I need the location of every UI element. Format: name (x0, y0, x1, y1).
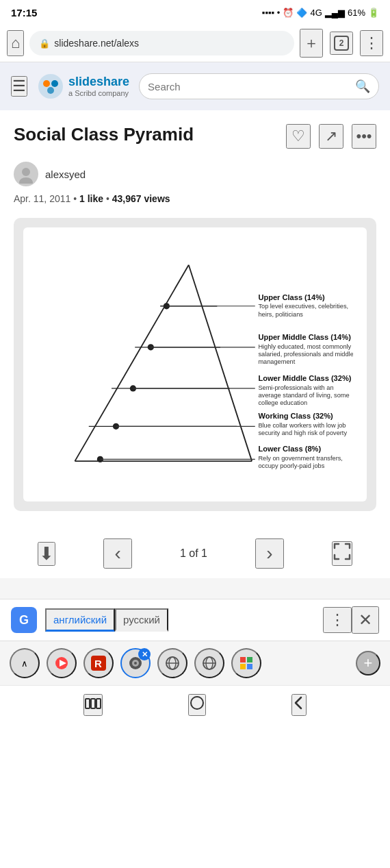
author-name[interactable]: alexsyed (45, 169, 86, 180)
media-play-icon (54, 656, 69, 671)
like-button[interactable]: ♡ (286, 124, 311, 149)
translation-close-button[interactable]: ✕ (352, 606, 379, 634)
svg-text:Lower Class (8%): Lower Class (8%) (258, 445, 321, 454)
pyramid-diagram: Upper Class (14%) Top level executives, … (37, 246, 353, 483)
extension-active-button[interactable]: ✕ (120, 648, 151, 678)
status-bar: 17:15 ▪▪▪▪ • ⏰ 🔷 4G ▂▄▆ 61% 🔋 (0, 0, 390, 25)
hamburger-menu-button[interactable]: ☰ (11, 76, 27, 97)
extension-chevron-up-button[interactable]: ∧ (10, 648, 40, 678)
prev-slide-button[interactable]: ‹ (103, 538, 131, 569)
browser-menu-button[interactable]: ⋮ (360, 30, 383, 56)
slide-inner: Upper Class (14%) Top level executives, … (23, 227, 367, 501)
likes-count: 1 like (79, 193, 103, 204)
translate-g-letter: G (19, 613, 29, 628)
back-button[interactable] (291, 694, 307, 716)
extension-globe-button[interactable] (157, 648, 187, 678)
search-icon: 🔍 (355, 79, 370, 94)
tabs-button[interactable]: 2 (330, 32, 353, 55)
google-translate-icon: G (11, 607, 37, 633)
svg-point-3 (47, 87, 54, 94)
svg-text:Upper Class (14%): Upper Class (14%) (258, 293, 325, 301)
logo-name: slideshare (68, 75, 129, 89)
action-icons-group: ♡ ↗ ••• (286, 124, 376, 149)
svg-point-2 (51, 80, 58, 87)
chevron-up-icon: ∧ (21, 658, 28, 669)
recent-apps-button[interactable] (83, 694, 103, 716)
home-circle-icon (190, 695, 205, 710)
svg-text:Blue collar workers with low j: Blue collar workers with low job (258, 422, 346, 429)
views-count: 43,967 views (112, 193, 170, 204)
notification-icons: ▪▪▪▪ • (262, 8, 281, 18)
download-button[interactable]: ⬇ (38, 542, 55, 566)
browser-actions: ＋ 2 ⋮ (300, 29, 383, 58)
svg-text:Working Class (32%): Working Class (32%) (258, 412, 333, 420)
site-logo[interactable]: slideshare a Scribd company (37, 73, 129, 100)
back-arrow-icon (293, 695, 305, 710)
svg-line-6 (75, 265, 188, 461)
globe-icon (165, 656, 180, 671)
extension-colorful-button[interactable] (231, 648, 261, 678)
alarm-icon: ⏰ (283, 8, 294, 18)
svg-rect-56 (247, 664, 252, 669)
svg-text:Rely on government transfers,: Rely on government transfers, (258, 455, 343, 462)
search-input[interactable] (148, 81, 351, 92)
author-avatar (14, 162, 38, 186)
battery-icon: 🔋 (368, 8, 379, 18)
extension-globe2-button[interactable] (194, 648, 224, 678)
status-icons: ▪▪▪▪ • ⏰ 🔷 4G ▂▄▆ 61% 🔋 (262, 8, 379, 18)
extension-bar: ∧ R ✕ (0, 641, 390, 685)
more-options-button[interactable]: ••• (352, 124, 376, 149)
extension-add-button[interactable]: + (356, 651, 380, 675)
svg-point-60 (191, 697, 203, 709)
svg-point-5 (19, 177, 33, 184)
lang-russian-button[interactable]: русский (115, 608, 168, 632)
svg-rect-54 (247, 657, 252, 662)
browser-bar: ⌂ 🔒 slideshare.net/alexs ＋ 2 ⋮ (0, 25, 390, 62)
svg-text:Semi-professionals with an: Semi-professionals with an (258, 384, 333, 391)
globe2-icon (202, 656, 217, 671)
next-slide-button[interactable]: › (255, 538, 283, 569)
home-button[interactable] (188, 694, 206, 716)
lang-english-button[interactable]: английский (45, 608, 115, 632)
svg-rect-53 (240, 657, 246, 662)
below-slide-partial (0, 578, 390, 599)
dot-separator-1: • (73, 193, 79, 204)
browser-home-button[interactable]: ⌂ (7, 30, 24, 56)
svg-text:heirs, politicians: heirs, politicians (258, 311, 303, 318)
signal-label: 4G (310, 8, 322, 18)
pyramid-svg: Upper Class (14%) Top level executives, … (37, 246, 353, 480)
svg-text:R: R (94, 658, 102, 669)
svg-line-7 (189, 265, 252, 461)
slide-navigation: ⬇ ‹ 1 of 1 › (0, 529, 390, 578)
translation-bar: G английский русский ⋮ ✕ (0, 599, 390, 641)
share-button[interactable]: ↗ (319, 124, 343, 149)
bluetooth-icon: 🔷 (296, 8, 307, 18)
tabs-count-badge: 2 (334, 36, 349, 51)
fullscreen-icon (333, 543, 351, 560)
presentation-title: Social Class Pyramid (14, 124, 194, 145)
svg-rect-55 (240, 664, 246, 669)
scribd-claim: a Scribd company (68, 89, 129, 97)
svg-text:salaried, professionals and mi: salaried, professionals and middle (258, 351, 353, 358)
recent-apps-icon (85, 697, 101, 710)
network-bars-icon: ▂▄▆ (325, 8, 345, 18)
extension-media-button[interactable] (47, 648, 77, 678)
svg-point-1 (43, 80, 50, 87)
fullscreen-button[interactable] (332, 541, 352, 566)
svg-rect-58 (91, 699, 95, 708)
main-content: Social Class Pyramid ♡ ↗ ••• alexsyed Ap… (0, 110, 390, 529)
site-header: ☰ slideshare a Scribd company 🔍 (0, 62, 390, 110)
svg-text:management: management (258, 358, 295, 365)
translation-more-button[interactable]: ⋮ (323, 607, 352, 633)
colorful-grid-icon (239, 656, 254, 671)
slide-counter: 1 of 1 (180, 547, 207, 560)
extension-r-button[interactable]: R (83, 648, 114, 678)
url-bar[interactable]: 🔒 slideshare.net/alexs (29, 31, 294, 55)
svg-text:Top level executives, celebrit: Top level executives, celebrities, (258, 303, 348, 310)
logo-text-group: slideshare a Scribd company (68, 75, 129, 97)
url-text: slideshare.net/alexs (54, 38, 139, 49)
search-bar[interactable]: 🔍 (139, 73, 379, 99)
svg-text:average standard of living, so: average standard of living, some (258, 392, 349, 399)
new-tab-button[interactable]: ＋ (300, 29, 323, 58)
svg-text:Highly educated, most commonly: Highly educated, most commonly (258, 343, 351, 350)
